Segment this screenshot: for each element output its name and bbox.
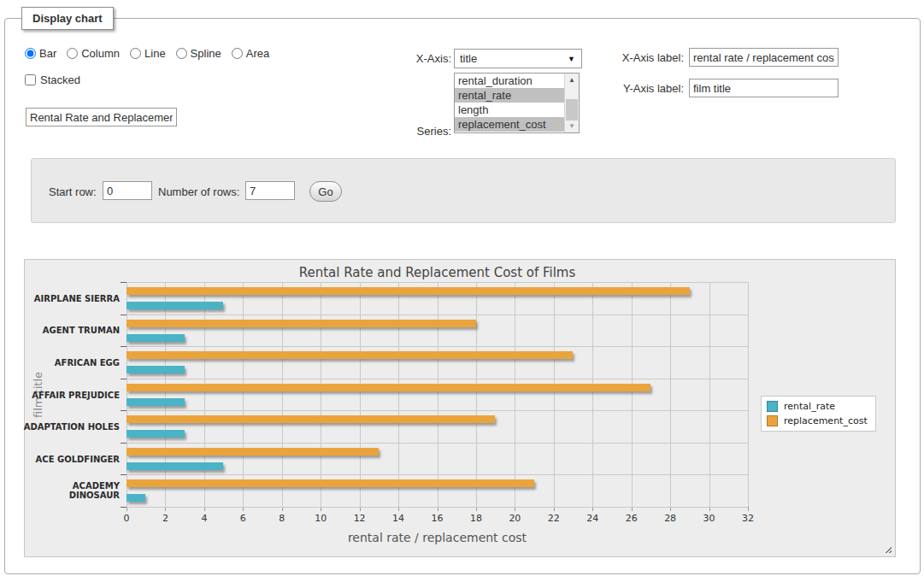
x-gridline [360, 282, 361, 507]
category-label: AFFAIR PREJUDICE [21, 390, 120, 399]
chart-type-option-line[interactable]: Line [130, 47, 166, 60]
series-option-length[interactable]: length [455, 103, 564, 117]
x-gridline [709, 282, 710, 507]
stacked-label: Stacked [40, 73, 80, 86]
x-axis-label-label: X-Axis label: [598, 51, 684, 65]
y-axis-label-input[interactable] [689, 79, 839, 97]
bar-replacement_cost [127, 448, 379, 456]
category-label: AGENT TRUMAN [21, 326, 120, 335]
chart-type-label: Line [144, 47, 166, 60]
chart-type-label: Bar [39, 47, 56, 60]
x-tick-label: 4 [201, 513, 207, 524]
chart-type-radio-column[interactable] [67, 48, 78, 59]
number-of-rows-input[interactable] [245, 181, 295, 200]
plot-area: 02468101214161820222426283032AIRPLANE SI… [127, 282, 748, 507]
panel-title: Display chart [21, 7, 114, 30]
y-tickmark [121, 410, 127, 411]
x-tick-label: 10 [315, 513, 327, 524]
x-gridline [476, 282, 477, 507]
x-axis-select-value: title [460, 52, 477, 65]
x-tick-label: 18 [470, 513, 482, 524]
y-tickmark [121, 315, 127, 315]
x-gridline [515, 282, 515, 507]
series-select-label: Series: [374, 125, 451, 138]
chart-type-option-column[interactable]: Column [67, 47, 120, 60]
x-tick-label: 20 [509, 513, 521, 524]
chart-type-option-spline[interactable]: Spline [176, 47, 221, 60]
x-tick-label: 0 [124, 513, 130, 524]
x-gridline [243, 282, 244, 507]
scroll-up-icon[interactable]: ▲ [565, 73, 579, 86]
stacked-option[interactable]: Stacked [25, 73, 80, 86]
y-gridline [127, 315, 748, 315]
listbox-scrollbar[interactable]: ▲ ▼ [564, 73, 579, 132]
y-axis-label-label: Y-Axis label: [598, 82, 684, 96]
y-tickmark [121, 379, 127, 379]
stacked-checkbox[interactable] [25, 74, 36, 85]
bar-replacement_cost [127, 320, 476, 327]
y-tickmark [121, 507, 127, 508]
x-tickmark [748, 507, 749, 511]
chart-type-radio-bar[interactable] [25, 48, 36, 59]
y-tickmark [121, 282, 127, 283]
chart-title-input[interactable] [26, 108, 177, 126]
series-options: rental_durationrental_ratelengthreplacem… [455, 73, 564, 132]
chart-type-radios: BarColumnLineSplineArea [25, 47, 276, 60]
chart-type-radio-spline[interactable] [176, 48, 187, 59]
bar-replacement_cost [127, 287, 690, 295]
series-listbox[interactable]: rental_durationrental_ratelengthreplacem… [454, 73, 580, 133]
bar-replacement_cost [127, 415, 495, 423]
x-axis-select[interactable]: title ▼ [454, 49, 582, 68]
x-gridline [282, 282, 283, 507]
x-gridline [670, 282, 671, 507]
resize-grip-icon[interactable] [883, 544, 892, 553]
chart-legend: rental_ratereplacement_cost [761, 396, 876, 432]
scroll-down-icon[interactable]: ▼ [565, 120, 579, 132]
category-label: ADAPTATION HOLES [21, 422, 120, 432]
dropdown-arrow-icon: ▼ [568, 55, 575, 63]
x-gridline [204, 282, 205, 507]
category-label: AFRICAN EGG [21, 357, 120, 367]
series-option-rental_rate[interactable]: rental_rate [455, 88, 564, 103]
number-of-rows-label: Number of rows: [158, 185, 239, 199]
bar-rental_rate [127, 494, 145, 502]
x-gridline [165, 282, 166, 507]
legend-item-rental_rate: rental_rate [767, 401, 868, 412]
x-gridline [632, 282, 633, 507]
row-range-panel: Start row: Number of rows: Go [31, 158, 896, 223]
display-chart-panel: Display chart BarColumnLineSplineArea St… [4, 18, 921, 574]
legend-label: rental_rate [784, 401, 835, 412]
category-label: ACADEMY DINOSAUR [21, 481, 120, 500]
series-option-replacement_cost[interactable]: replacement_cost [455, 117, 564, 132]
x-tick-label: 32 [742, 513, 754, 524]
x-tick-label: 24 [586, 513, 598, 524]
chart-type-radio-line[interactable] [130, 48, 141, 59]
x-gridline [127, 282, 127, 507]
category-label: ACE GOLDFINGER [21, 454, 120, 463]
y-gridline [127, 507, 748, 508]
x-axis-label-input[interactable] [689, 48, 839, 67]
start-row-input[interactable] [103, 181, 152, 200]
category-label: AIRPLANE SIERRA [21, 293, 120, 303]
chart-type-label: Area [246, 47, 269, 60]
x-tick-label: 16 [432, 513, 444, 524]
bar-rental_rate [127, 462, 223, 470]
legend-swatch [767, 415, 778, 426]
scrollbar-thumb[interactable] [566, 99, 578, 121]
x-gridline [748, 282, 749, 507]
y-gridline [127, 410, 748, 411]
series-option-rental_duration[interactable]: rental_duration [455, 73, 564, 88]
y-tickmark [121, 346, 127, 347]
go-button[interactable]: Go [309, 181, 342, 202]
chart-panel: Rental Rate and Replacement Cost of Film… [24, 259, 896, 557]
bar-rental_rate [127, 366, 185, 373]
legend-item-replacement_cost: replacement_cost [767, 415, 868, 426]
chart-type-option-area[interactable]: Area [232, 47, 269, 60]
y-gridline [127, 443, 748, 444]
bar-rental_rate [127, 334, 185, 342]
chart-type-option-bar[interactable]: Bar [25, 47, 56, 60]
chart-type-label: Spline [191, 47, 221, 60]
x-tick-label: 12 [354, 513, 366, 524]
bar-replacement_cost [127, 351, 573, 359]
chart-type-radio-area[interactable] [232, 48, 243, 59]
